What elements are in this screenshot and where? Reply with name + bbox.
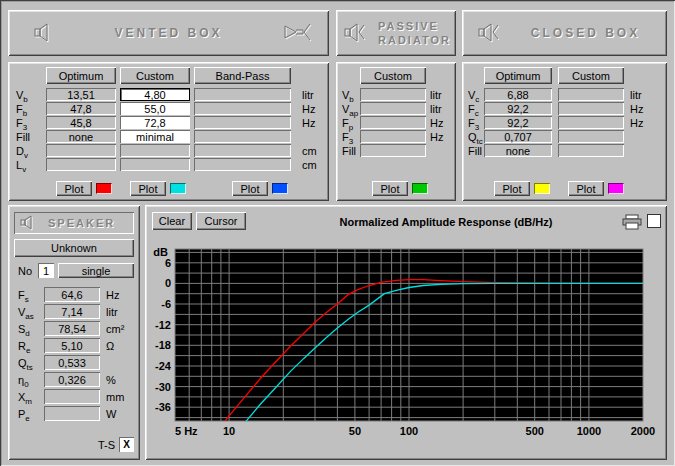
speaker-param-label: Xm [18, 390, 32, 404]
speaker-no-value[interactable]: 1 [38, 263, 54, 278]
chart-title: Normalized Amplitude Response (dB/Hz) [275, 216, 617, 228]
closed-box-row-label: Fc [468, 102, 479, 116]
chart-background-swatch[interactable] [647, 214, 661, 228]
vented-box-value-cell[interactable] [120, 144, 190, 157]
closed-box-value-cell[interactable]: none [484, 144, 552, 157]
closed-box-value-cell[interactable] [558, 102, 624, 115]
ts-checkbox[interactable]: X [119, 437, 134, 452]
unit-label: Hz [302, 102, 315, 116]
vented-box-row-label: Lv [16, 158, 26, 172]
closed-box-value-cell[interactable] [558, 130, 624, 143]
svg-text:1000: 1000 [577, 425, 601, 437]
amplitude-response-chart[interactable]: dB60-6-12-18-24-30-365 Hz105010050010002… [145, 243, 667, 447]
vented-box-value-cell[interactable] [46, 158, 116, 171]
vented-box-icon [284, 22, 320, 44]
svg-text:5 Hz: 5 Hz [175, 425, 198, 437]
speaker-param-value[interactable]: 5,10 [44, 338, 100, 353]
vented-box-value-cell[interactable]: minimal [120, 130, 190, 143]
speaker-param-value[interactable]: 64,6 [44, 287, 100, 302]
vented-box-band-pass-button[interactable]: Band-Pass [194, 67, 291, 84]
clear-button[interactable]: Clear [152, 212, 192, 230]
unit-label: Hz [630, 116, 643, 130]
printer-icon[interactable] [621, 214, 643, 230]
speaker-header: SPEAKER [14, 212, 134, 234]
vented-box-value-cell[interactable] [194, 130, 291, 143]
closed-box-value-cell[interactable]: 6,88 [484, 88, 552, 101]
vented-box-plot-color-swatch [170, 183, 186, 194]
closed-box-optimum-button[interactable]: Optimum [484, 67, 552, 84]
closed-box-title: CLOSED BOX [514, 26, 657, 40]
speaker-param-value[interactable]: 0,326 [44, 372, 100, 387]
speaker-param-value[interactable]: 78,54 [44, 321, 100, 336]
unit-label: cm² [106, 322, 124, 336]
speaker-icon [20, 215, 42, 232]
speaker-param-value[interactable] [44, 406, 100, 421]
closed-box-value-cell[interactable] [558, 88, 624, 101]
passive-radiator-custom-button[interactable]: Custom [360, 67, 426, 84]
svg-text:0: 0 [165, 277, 171, 289]
vented-box-value-cell[interactable] [120, 158, 190, 171]
closed-box-value-cell[interactable]: 92,2 [484, 102, 552, 115]
speaker-param-value[interactable]: 7,14 [44, 304, 100, 319]
svg-text:6: 6 [165, 257, 171, 269]
closed-box-custom-button[interactable]: Custom [558, 67, 624, 84]
vented-box-value-cell[interactable]: 13,51 [46, 88, 116, 101]
vented-box-value-cell[interactable]: 47,8 [46, 102, 116, 115]
closed-box-value-cell[interactable]: 92,2 [484, 116, 552, 129]
speaker-param-value[interactable]: 0,533 [44, 355, 100, 370]
passive-radiator-icon [344, 22, 374, 44]
closed-box-plot-button[interactable]: Plot [494, 181, 530, 196]
closed-box-icon [478, 22, 508, 44]
speaker-param-label: Vas [18, 305, 34, 319]
speaker-name-button[interactable]: Unknown [14, 239, 134, 257]
vented-box-value-cell[interactable]: 72,8 [120, 116, 190, 129]
unit-label: cm [302, 144, 317, 158]
vented-box-value-cell[interactable]: 45,8 [46, 116, 116, 129]
svg-text:-12: -12 [155, 319, 171, 331]
vented-box-row-label: Fill [16, 130, 30, 144]
vented-box-plot-button[interactable]: Plot [130, 181, 166, 196]
passive-radiator-row-label: Fill [342, 144, 356, 158]
vented-box-value-cell[interactable] [194, 88, 291, 101]
vented-box-value-cell[interactable]: 55,0 [120, 102, 190, 115]
passive-radiator-plot-button[interactable]: Plot [372, 181, 408, 196]
svg-text:-6: -6 [161, 298, 171, 310]
vented-box-value-cell[interactable]: none [46, 130, 116, 143]
passive-radiator-value-cell[interactable] [360, 116, 426, 129]
vented-box-value-cell[interactable] [194, 158, 291, 171]
speaker-param-value[interactable] [44, 389, 100, 404]
closed-box-value-cell[interactable] [558, 116, 624, 129]
passive-radiator-table: CustomVblitrVaplitrFpHzF3HzFillPlot [336, 62, 456, 201]
passive-radiator-value-cell[interactable] [360, 144, 426, 157]
vented-box-header: VENTED BOX [8, 10, 329, 56]
closed-box-plot-color-swatch [608, 183, 624, 194]
vented-box-custom-button[interactable]: Custom [120, 67, 190, 84]
vented-box-row-label: Dv [16, 144, 28, 158]
vented-box-value-cell[interactable] [46, 144, 116, 157]
speaker-title: SPEAKER [48, 217, 115, 229]
speaker-param-label: Fs [18, 288, 29, 302]
passive-radiator-value-cell[interactable] [360, 88, 426, 101]
speaker-mode-button[interactable]: single [58, 263, 134, 278]
vented-box-value-cell[interactable] [194, 144, 291, 157]
vented-box-plot-color-swatch [96, 183, 112, 194]
vented-box-value-cell[interactable] [194, 102, 291, 115]
cursor-button[interactable]: Cursor [196, 212, 246, 230]
closed-box-plot-button[interactable]: Plot [568, 181, 604, 196]
svg-text:100: 100 [400, 425, 418, 437]
unit-label: litr [302, 88, 314, 102]
unit-label: Ω [106, 339, 114, 353]
unit-label: Hz [430, 130, 443, 144]
passive-radiator-value-cell[interactable] [360, 130, 426, 143]
passive-radiator-value-cell[interactable] [360, 102, 426, 115]
vented-box-plot-button[interactable]: Plot [232, 181, 268, 196]
closed-box-value-cell[interactable]: 0,707 [484, 130, 552, 143]
vented-box-value-cell[interactable]: 4,80 [120, 88, 190, 101]
vented-box-plot-button[interactable]: Plot [56, 181, 92, 196]
vented-box-optimum-button[interactable]: Optimum [46, 67, 116, 84]
closed-box-value-cell[interactable] [558, 144, 624, 157]
svg-text:50: 50 [349, 425, 361, 437]
passive-radiator-row-label: Vap [342, 102, 358, 116]
vented-box-value-cell[interactable] [194, 116, 291, 129]
speaker-param-label: Pe [18, 407, 30, 421]
